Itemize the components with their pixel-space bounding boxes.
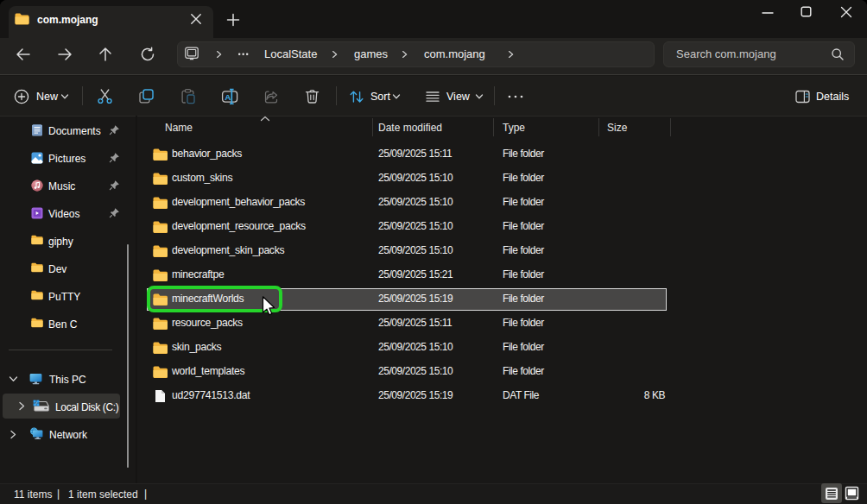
svg-text:A: A — [225, 92, 231, 102]
